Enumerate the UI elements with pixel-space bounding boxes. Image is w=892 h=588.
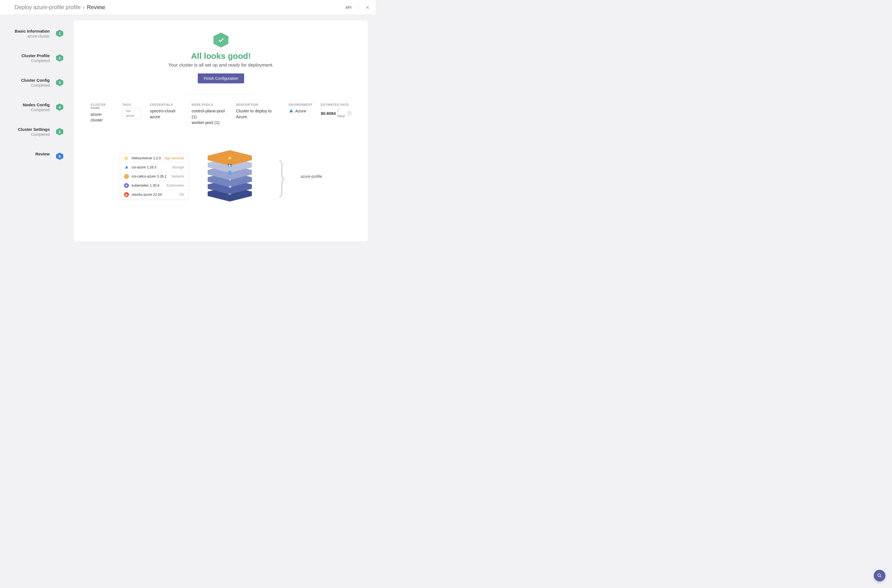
layer-row-network[interactable]: cni-calico-azure 3.26.1 Network — [120, 172, 188, 181]
brace-icon: } — [278, 159, 286, 194]
close-icon — [365, 5, 370, 10]
step-title: Cluster Config — [3, 78, 50, 82]
step-cluster-config[interactable]: Cluster Config Completed 3 — [0, 78, 60, 102]
summary-value: control-plane-pool (1) — [192, 108, 228, 120]
rate-unit: / hour — [338, 108, 346, 119]
step-title: Cluster Settings — [3, 127, 50, 132]
step-subtext: Completed — [3, 108, 50, 112]
summary-label: CLUSTER NAME — [90, 103, 114, 110]
step-nodes-config[interactable]: Nodes Config Completed 4 — [0, 102, 60, 127]
summary-label: CREDENTIALS — [150, 103, 183, 106]
layer-type: Storage — [172, 165, 184, 169]
layer-row-app[interactable]: 📁 hellouniverse 1.2.0 App services — [120, 154, 188, 163]
svg-text:⎈: ⎈ — [229, 178, 231, 181]
azure-icon — [124, 165, 129, 170]
layer-type: Kubernetes — [167, 184, 184, 188]
step-subtext: Completed — [3, 132, 50, 136]
profile-diagram: 📁 hellouniverse 1.2.0 App services csi-a… — [90, 150, 351, 202]
breadcrumb-root[interactable]: Deploy azure-profile profile — [15, 4, 81, 10]
step-subtext: Completed — [3, 58, 50, 63]
summary-value: Cluster to deploy to Azure. — [236, 108, 280, 120]
step-cluster-settings[interactable]: Cluster Settings Completed 5 — [0, 127, 60, 152]
step-subtext: Completed — [3, 83, 50, 87]
svg-text:💾: 💾 — [228, 163, 232, 167]
wizard-stepper: Basic Information azure-cluster 1 Cluste… — [0, 15, 60, 248]
svg-text:🌐: 🌐 — [228, 170, 232, 174]
summary-description: DESCRIPTION Cluster to deploy to Azure. — [236, 103, 280, 125]
summary-label: NODE POOLS — [192, 103, 228, 106]
summary-value: azure-cluster — [90, 111, 114, 123]
hero-block: All looks good! Your cluster is all set … — [90, 33, 351, 83]
svg-text:🖥: 🖥 — [228, 185, 231, 188]
breadcrumb-current: Review — [87, 4, 105, 10]
summary-estimated-rate: ESTIMATED RATE $0.8084 / hour i — [321, 103, 351, 125]
layer-row-storage[interactable]: csi-azure 1.28.3 Storage — [120, 163, 188, 172]
folder-icon: 📁 — [124, 156, 129, 160]
rate-amount: $0.8084 — [321, 110, 336, 116]
info-icon[interactable]: i — [347, 111, 351, 116]
finish-configuration-button[interactable]: Finish Configuration — [198, 74, 245, 83]
close-button[interactable] — [365, 5, 370, 10]
summary-value: worker-pool (1) — [192, 120, 228, 125]
summary-tags: TAGS ms-azure — [122, 103, 142, 125]
summary-label: ENVIRONMENT — [288, 103, 312, 106]
step-basic-information[interactable]: Basic Information azure-cluster 1 — [0, 29, 60, 53]
summary-node-pools: NODE POOLS control-plane-pool (1) worker… — [192, 103, 228, 125]
stack-illustration: 📁 💾 🌐 ⎈ 🖥 ▭ — [197, 150, 263, 202]
layer-type: Network — [171, 174, 184, 178]
step-title: Basic Information — [3, 29, 50, 33]
header-divider — [358, 4, 359, 11]
layers-list: 📁 hellouniverse 1.2.0 App services csi-a… — [120, 153, 188, 200]
summary-label: TAGS — [122, 103, 142, 106]
profile-name-label: azure-profile — [300, 174, 322, 178]
step-title: Cluster Profile — [3, 53, 50, 58]
kubernetes-icon: ✱ — [124, 183, 129, 188]
hero-subtext: Your cluster is all set up and ready for… — [90, 62, 351, 68]
summary-row: CLUSTER NAME azure-cluster TAGS ms-azure… — [90, 103, 351, 125]
step-cluster-profile[interactable]: Cluster Profile Completed 2 — [0, 53, 60, 78]
calico-icon — [124, 174, 129, 179]
step-review[interactable]: Review 6 — [0, 152, 60, 171]
success-hex-icon — [213, 33, 228, 48]
tag-pill: ms-azure — [122, 108, 142, 119]
breadcrumb-separator-icon: › — [83, 4, 85, 10]
layer-row-os[interactable]: ◉ ubuntu-azure 22.04 OS — [120, 190, 188, 199]
summary-value: Azure — [295, 108, 306, 114]
svg-text:📁: 📁 — [228, 156, 232, 160]
step-title: Nodes Config — [3, 102, 50, 107]
summary-credentials: CREDENTIALS spectro-cloud-azure — [150, 103, 183, 125]
summary-label: DESCRIPTION — [236, 103, 280, 106]
review-card: All looks good! Your cluster is all set … — [74, 20, 368, 241]
svg-text:▭: ▭ — [228, 192, 231, 195]
layer-type: App services — [164, 156, 184, 160]
step-subtext: azure-cluster — [3, 34, 50, 38]
summary-label: ESTIMATED RATE — [321, 103, 351, 106]
summary-value: spectro-cloud-azure — [150, 108, 183, 120]
hero-headline: All looks good! — [90, 51, 351, 61]
summary-cluster-name: CLUSTER NAME azure-cluster — [90, 103, 114, 125]
breadcrumb: Deploy azure-profile profile › Review — [15, 4, 105, 10]
header-bar: Deploy azure-profile profile › Review AP… — [0, 0, 375, 15]
ubuntu-icon: ◉ — [124, 192, 129, 197]
step-title: Review — [3, 152, 50, 156]
api-link[interactable]: API — [345, 5, 351, 10]
layer-type: OS — [179, 193, 184, 196]
layer-row-kubernetes[interactable]: ✱ kubernetes 1.30.4 Kubernetes — [120, 181, 188, 190]
azure-icon — [288, 108, 294, 114]
summary-environment: ENVIRONMENT Azure — [288, 103, 312, 125]
